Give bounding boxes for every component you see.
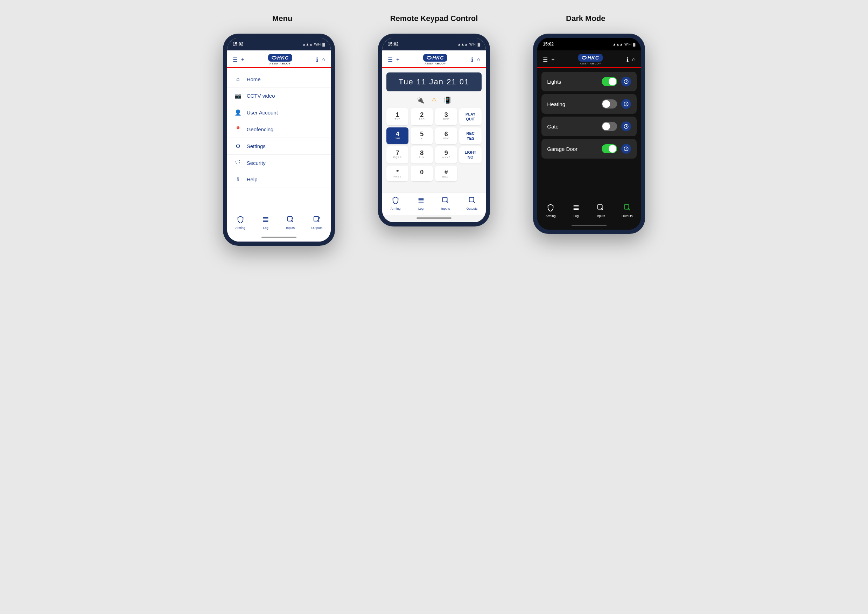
key-9[interactable]: 9 WXYZ (435, 146, 457, 163)
nav-arming-dark[interactable]: Arming (546, 204, 556, 218)
menu-item-home[interactable]: ⌂ Home (227, 71, 331, 87)
nav-inputs-dark[interactable]: Inputs (597, 204, 605, 218)
gate-clock-btn[interactable] (621, 121, 631, 131)
help-label: Help (247, 177, 257, 182)
settings-label: Settings (247, 143, 266, 149)
time-dark: 15:02 (543, 42, 554, 47)
key-sub-0: – (421, 175, 423, 178)
nav-log-menu[interactable]: Log (262, 216, 270, 229)
header-right-dark: ℹ ⌂ (626, 56, 636, 63)
hkc-logo-kp: HKC ASSA ABLOY (423, 54, 447, 65)
gate-toggle[interactable] (601, 122, 617, 131)
nav-outputs-menu[interactable]: Outputs (311, 216, 322, 229)
arming-label-menu: Arming (235, 226, 245, 229)
key-num-5: 5 (420, 131, 423, 137)
log-label-dark: Log (573, 214, 578, 218)
menu-item-settings[interactable]: ⚙ Settings (227, 138, 331, 155)
key-4[interactable]: 4 GHI (386, 127, 409, 144)
heating-clock-btn[interactable] (621, 99, 631, 109)
assa-text-dark: ASSA ABLOY (580, 62, 601, 65)
lights-controls (601, 77, 631, 87)
key-7[interactable]: 7 PQRS (386, 146, 409, 163)
play-quit-label: PLAYQUIT (465, 112, 475, 122)
key-sub-5: JKL (419, 137, 425, 140)
key-star[interactable]: * PREV (386, 166, 409, 181)
hkc-text-kp: HKC (432, 55, 444, 60)
info-icon-kp[interactable]: ℹ (471, 56, 473, 63)
home-indicator-dark (537, 223, 641, 229)
header-left-menu: ☰ + (233, 56, 244, 63)
bottom-nav-menu: Arming Log (227, 212, 331, 234)
menu-item-cctv[interactable]: 📷 CCTV video (227, 87, 331, 104)
time-menu: 15:02 (233, 42, 243, 47)
menu-item-user[interactable]: 👤 User Account (227, 104, 331, 121)
key-2[interactable]: 2 ABC (411, 108, 433, 125)
home-indicator-kp (382, 215, 486, 222)
nav-outputs-kp[interactable]: Outputs (467, 196, 478, 210)
wifi-icon: WiFi (314, 42, 321, 46)
keypad-padding (382, 186, 486, 192)
key-5[interactable]: 5 JKL (411, 127, 433, 144)
hamburger-icon[interactable]: ☰ (233, 56, 238, 63)
key-rec-yes[interactable]: RECYES (459, 127, 482, 144)
key-3[interactable]: 3 DEF (435, 108, 457, 125)
key-1[interactable]: 1 TXT (386, 108, 409, 125)
dark-title: Dark Mode (511, 14, 661, 23)
home-icon-menu[interactable]: ⌂ (322, 56, 325, 63)
nav-inputs-kp[interactable]: Inputs (441, 196, 450, 210)
lights-label: Lights (547, 79, 561, 85)
hkc-logo-menu: HKC ASSA ABLOY (268, 54, 292, 65)
gate-label: Gate (547, 124, 559, 130)
key-8[interactable]: 8 TUX (411, 146, 433, 163)
add-icon-menu[interactable]: + (241, 56, 244, 63)
hkc-badge-dark: HKC (578, 54, 602, 62)
keypad-status-icons: 🔌 ⚠ 📳 (386, 96, 482, 104)
assa-text-menu: ASSA ABLOY (270, 62, 291, 65)
key-light-no[interactable]: LIGHTNO (459, 146, 482, 163)
outputs-label-dark: Outputs (622, 214, 633, 218)
hamburger-icon-dark[interactable]: ☰ (543, 56, 548, 63)
inputs-label-kp: Inputs (441, 207, 450, 210)
nav-outputs-dark[interactable]: Outputs (622, 204, 633, 218)
nav-log-dark[interactable]: Log (572, 204, 580, 218)
nav-arming-kp[interactable]: Arming (391, 196, 401, 210)
home-icon-kp[interactable]: ⌂ (477, 56, 480, 63)
lights-toggle[interactable] (601, 77, 617, 86)
home-icon-dark[interactable]: ⌂ (632, 56, 636, 63)
add-icon-dark[interactable]: + (551, 56, 554, 63)
add-icon-kp[interactable]: + (396, 56, 399, 63)
log-label-kp: Log (418, 207, 423, 210)
menu-item-security[interactable]: 🛡 Security (227, 155, 331, 171)
hkc-text: HKC (277, 55, 289, 60)
key-6[interactable]: 6 MNO (435, 127, 457, 144)
garage-clock-btn[interactable] (621, 144, 631, 154)
key-0[interactable]: 0 – (411, 166, 433, 181)
key-play-quit[interactable]: PLAYQUIT (459, 108, 482, 125)
key-num-8: 8 (420, 150, 423, 156)
user-label: User Account (247, 110, 278, 116)
logo-ellipse-kp (427, 56, 432, 59)
hkc-logo-dark: HKC ASSA ABLOY (578, 54, 602, 65)
dark-spacer (537, 165, 641, 200)
garage-toggle[interactable] (601, 144, 617, 154)
info-icon-dark[interactable]: ℹ (626, 56, 629, 63)
status-icons-menu: ▲▲▲ WiFi ▓ (302, 42, 325, 46)
info-icon-menu[interactable]: ℹ (316, 56, 318, 63)
bottom-nav-keypad: Arming Log (382, 192, 486, 215)
menu-item-geo[interactable]: 📍 Geofencing (227, 121, 331, 138)
app-header-dark: ☰ + HKC ASSA ABLOY ℹ ⌂ (537, 50, 641, 68)
lights-clock-btn[interactable] (621, 77, 631, 87)
outputs-label-menu: Outputs (311, 226, 322, 229)
key-hash[interactable]: # NEXT (435, 166, 457, 181)
menu-item-help[interactable]: ℹ Help (227, 171, 331, 188)
nav-arming-menu[interactable]: Arming (235, 216, 245, 229)
hamburger-icon-kp[interactable]: ☰ (388, 56, 393, 63)
key-num-hash: # (445, 169, 448, 175)
header-left-kp: ☰ + (388, 56, 399, 63)
key-sub-1: TXT (395, 118, 400, 121)
heating-toggle[interactable] (601, 99, 617, 109)
nav-log-kp[interactable]: Log (417, 196, 425, 210)
log-icon-dark (572, 204, 580, 213)
nav-inputs-menu[interactable]: Inputs (286, 216, 295, 229)
help-icon: ℹ (234, 176, 242, 183)
